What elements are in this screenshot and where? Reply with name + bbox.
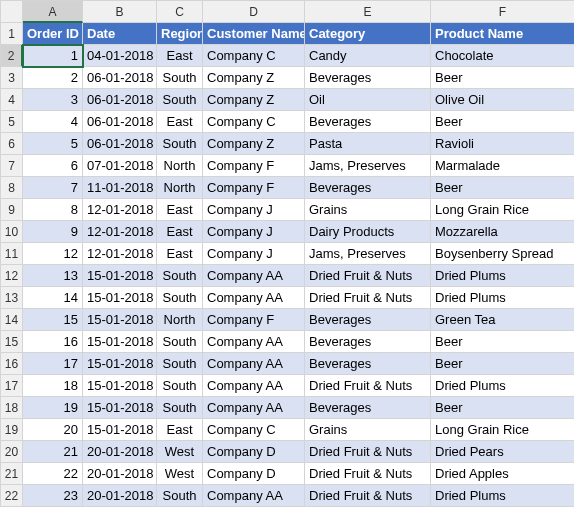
cell-product[interactable]: Beer [431, 331, 574, 353]
cell-product[interactable]: Marmalade [431, 155, 574, 177]
cell-region[interactable]: South [157, 133, 203, 155]
row-header-12[interactable]: 12 [1, 265, 23, 287]
row-header-6[interactable]: 6 [1, 133, 23, 155]
row-header-3[interactable]: 3 [1, 67, 23, 89]
cell-category[interactable]: Beverages [305, 177, 431, 199]
cell-date[interactable]: 15-01-2018 [83, 375, 157, 397]
cell-date[interactable]: 15-01-2018 [83, 331, 157, 353]
cell-date[interactable]: 20-01-2018 [83, 463, 157, 485]
cell-orderid[interactable]: 6 [23, 155, 83, 177]
cell-date[interactable]: 15-01-2018 [83, 309, 157, 331]
row-header-16[interactable]: 16 [1, 353, 23, 375]
cell-product[interactable]: Long Grain Rice [431, 419, 574, 441]
cell-date[interactable]: 06-01-2018 [83, 89, 157, 111]
cell-customer[interactable]: Company F [203, 177, 305, 199]
cell-region[interactable]: East [157, 45, 203, 67]
cell-region[interactable]: North [157, 155, 203, 177]
cell-region[interactable]: East [157, 199, 203, 221]
cell-date[interactable]: 12-01-2018 [83, 221, 157, 243]
cell-customer[interactable]: Company Z [203, 133, 305, 155]
cell-product[interactable]: Long Grain Rice [431, 199, 574, 221]
cell-category[interactable]: Dried Fruit & Nuts [305, 485, 431, 507]
cell-region[interactable]: East [157, 221, 203, 243]
cell-date[interactable]: 20-01-2018 [83, 441, 157, 463]
cell-orderid[interactable]: 21 [23, 441, 83, 463]
cell-product[interactable]: Dried Plums [431, 265, 574, 287]
cell-category[interactable]: Dried Fruit & Nuts [305, 287, 431, 309]
cell-region[interactable]: West [157, 463, 203, 485]
cell-orderid[interactable]: 22 [23, 463, 83, 485]
cell-customer[interactable]: Company J [203, 199, 305, 221]
cell-date[interactable]: 06-01-2018 [83, 133, 157, 155]
cell-product[interactable]: Olive Oil [431, 89, 574, 111]
cell-orderid[interactable]: 1 [23, 45, 83, 67]
cell-customer[interactable]: Company D [203, 463, 305, 485]
cell-date[interactable]: 15-01-2018 [83, 397, 157, 419]
cell-category[interactable]: Beverages [305, 67, 431, 89]
cell-customer[interactable]: Company Z [203, 89, 305, 111]
cell-date[interactable]: 20-01-2018 [83, 485, 157, 507]
cell-region[interactable]: North [157, 177, 203, 199]
cell-category[interactable]: Beverages [305, 309, 431, 331]
cell-product[interactable]: Green Tea [431, 309, 574, 331]
row-header-22[interactable]: 22 [1, 485, 23, 507]
row-header-14[interactable]: 14 [1, 309, 23, 331]
cell-category[interactable]: Oil [305, 89, 431, 111]
cell-region[interactable]: East [157, 419, 203, 441]
cell-orderid[interactable]: 23 [23, 485, 83, 507]
cell-category[interactable]: Jams, Preserves [305, 243, 431, 265]
cell-region[interactable]: South [157, 353, 203, 375]
cell-region[interactable]: South [157, 89, 203, 111]
cell-date[interactable]: 06-01-2018 [83, 67, 157, 89]
cell-product[interactable]: Beer [431, 353, 574, 375]
select-all-corner[interactable] [1, 1, 23, 23]
cell-product[interactable]: Dried Apples [431, 463, 574, 485]
row-header-10[interactable]: 10 [1, 221, 23, 243]
cell-orderid[interactable]: 16 [23, 331, 83, 353]
row-header-18[interactable]: 18 [1, 397, 23, 419]
cell-customer[interactable]: Company J [203, 243, 305, 265]
row-header-7[interactable]: 7 [1, 155, 23, 177]
spreadsheet-grid[interactable]: ABCDEF1Order IDDateRegionCustomer NameCa… [0, 0, 574, 507]
cell-customer[interactable]: Company AA [203, 485, 305, 507]
row-header-1[interactable]: 1 [1, 23, 23, 45]
cell-product[interactable]: Beer [431, 177, 574, 199]
row-header-9[interactable]: 9 [1, 199, 23, 221]
cell-date[interactable]: 15-01-2018 [83, 265, 157, 287]
row-header-15[interactable]: 15 [1, 331, 23, 353]
cell-category[interactable]: Grains [305, 419, 431, 441]
cell-region[interactable]: South [157, 265, 203, 287]
row-header-21[interactable]: 21 [1, 463, 23, 485]
cell-date[interactable]: 12-01-2018 [83, 199, 157, 221]
cell-region[interactable]: East [157, 243, 203, 265]
cell-category[interactable]: Dried Fruit & Nuts [305, 265, 431, 287]
cell-product[interactable]: Chocolate [431, 45, 574, 67]
column-header-d[interactable]: D [203, 1, 305, 23]
row-header-20[interactable]: 20 [1, 441, 23, 463]
cell-orderid[interactable]: 3 [23, 89, 83, 111]
cell-date[interactable]: 15-01-2018 [83, 353, 157, 375]
cell-orderid[interactable]: 13 [23, 265, 83, 287]
cell-orderid[interactable]: 17 [23, 353, 83, 375]
cell-product[interactable]: Dried Pears [431, 441, 574, 463]
cell-category[interactable]: Beverages [305, 353, 431, 375]
cell-customer[interactable]: Company AA [203, 375, 305, 397]
cell-region[interactable]: North [157, 309, 203, 331]
cell-product[interactable]: Ravioli [431, 133, 574, 155]
row-header-8[interactable]: 8 [1, 177, 23, 199]
cell-product[interactable]: Beer [431, 397, 574, 419]
cell-date[interactable]: 11-01-2018 [83, 177, 157, 199]
cell-orderid[interactable]: 4 [23, 111, 83, 133]
cell-region[interactable]: South [157, 375, 203, 397]
row-header-11[interactable]: 11 [1, 243, 23, 265]
cell-product[interactable]: Beer [431, 67, 574, 89]
cell-region[interactable]: South [157, 331, 203, 353]
column-header-a[interactable]: A [23, 1, 83, 23]
cell-customer[interactable]: Company J [203, 221, 305, 243]
column-header-c[interactable]: C [157, 1, 203, 23]
cell-category[interactable]: Jams, Preserves [305, 155, 431, 177]
row-header-4[interactable]: 4 [1, 89, 23, 111]
cell-customer[interactable]: Company C [203, 419, 305, 441]
cell-date[interactable]: 07-01-2018 [83, 155, 157, 177]
cell-product[interactable]: Beer [431, 111, 574, 133]
